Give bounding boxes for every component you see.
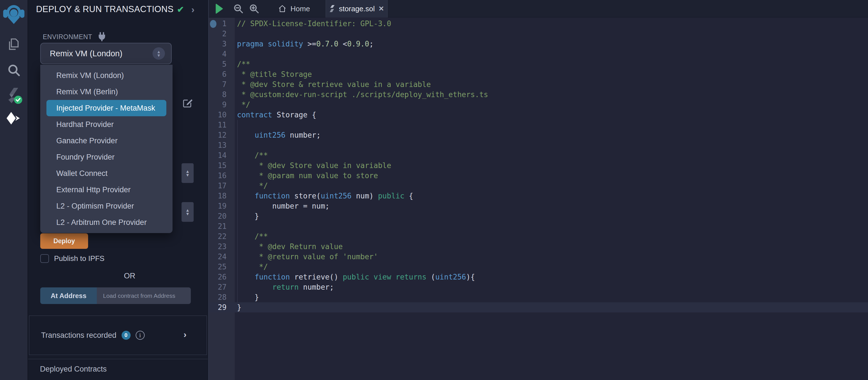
- environment-option[interactable]: Hardhat Provider: [40, 116, 173, 133]
- environment-label: ENVIRONMENT: [43, 33, 92, 41]
- environment-option[interactable]: Ganache Provider: [40, 133, 173, 149]
- code-line: 4: [209, 49, 868, 59]
- code-line: 24 * @return value of 'number': [209, 252, 868, 262]
- plug-icon: [98, 32, 106, 42]
- code-line: 12 uint256 number;: [209, 130, 868, 140]
- environment-option[interactable]: Remix VM (Berlin): [40, 84, 173, 100]
- code-line: 16 * @param num value to store: [209, 170, 868, 181]
- deploy-button[interactable]: Deploy: [40, 233, 88, 249]
- publish-ipfs-label: Publish to IPFS: [54, 254, 104, 263]
- publish-ipfs-checkbox[interactable]: [40, 254, 49, 263]
- transactions-count-badge: 0: [122, 331, 131, 340]
- code-line: 21: [209, 221, 868, 231]
- environment-option[interactable]: External Http Provider: [40, 182, 173, 198]
- code-line: 2: [209, 29, 868, 39]
- code-line: 20 }: [209, 211, 868, 221]
- or-divider: OR: [40, 272, 219, 280]
- code-lines[interactable]: 1// SPDX-License-Identifier: GPL-3.023pr…: [209, 19, 868, 312]
- activity-bar: [0, 0, 28, 380]
- environment-option[interactable]: Injected Provider - MetaMask: [46, 100, 166, 116]
- environment-option[interactable]: L2 - Optimism Provider: [40, 198, 173, 214]
- sidebar-item-search[interactable]: [0, 63, 28, 77]
- environment-dropdown-menu: Remix VM (London)Remix VM (Berlin)Inject…: [40, 65, 173, 233]
- sidebar-item-file-explorer[interactable]: [0, 37, 28, 52]
- zoom-out-icon: [233, 3, 244, 14]
- transactions-expand-chevron-icon[interactable]: ›: [184, 330, 187, 339]
- code-line: 13: [209, 140, 868, 150]
- transactions-recorded-label: Transactions recorded: [41, 331, 117, 340]
- environment-option[interactable]: Remix VM (London): [40, 67, 173, 84]
- code-line: 6 * @title Storage: [209, 69, 868, 80]
- remix-logo-icon: [3, 3, 25, 25]
- tab-home[interactable]: Home: [274, 0, 314, 18]
- code-line: 8 * @custom:dev-run-script ./scripts/dep…: [209, 90, 868, 100]
- code-line: 28 }: [209, 292, 868, 302]
- at-address-button[interactable]: At Address: [40, 287, 97, 304]
- code-line: 18 function store(uint256 num) public {: [209, 191, 868, 201]
- transactions-recorded-section: Transactions recorded 0 i ›: [29, 316, 207, 355]
- panel-header: DEPLOY & RUN TRANSACTIONS ✔ ›: [36, 3, 194, 16]
- deploy-run-panel: DEPLOY & RUN TRANSACTIONS ✔ › ENVIRONMEN…: [28, 0, 208, 380]
- environment-label-row: ENVIRONMENT: [43, 33, 106, 41]
- at-address-input[interactable]: [97, 287, 191, 304]
- tab-label: storage.sol: [339, 4, 375, 13]
- deployed-contracts-label: Deployed Contracts: [40, 365, 107, 374]
- code-line: 3pragma solidity >=0.7.0 <0.9.0;: [209, 39, 868, 49]
- environment-option[interactable]: Wallet Connect: [40, 165, 173, 182]
- environment-option[interactable]: Foundry Provider: [40, 149, 173, 165]
- select-updown-icon: ▲▼: [153, 47, 165, 60]
- play-icon: [215, 4, 223, 14]
- search-icon: [7, 63, 21, 77]
- code-line: 17 */: [209, 181, 868, 191]
- code-line: 29}: [209, 302, 868, 312]
- close-tab-icon[interactable]: ✕: [378, 5, 384, 13]
- code-line: 14 /**: [209, 150, 868, 160]
- section-divider: [28, 359, 208, 359]
- solidity-compiler-icon: [5, 87, 23, 104]
- code-line: 5/**: [209, 59, 868, 69]
- code-line: 9 */: [209, 100, 868, 110]
- zoom-in-icon: [249, 3, 259, 14]
- code-line: 1// SPDX-License-Identifier: GPL-3.0: [209, 19, 868, 29]
- gas-limit-stepper[interactable]: ▲▼: [182, 163, 194, 183]
- code-line: 25 */: [209, 262, 868, 272]
- tab-storage-sol[interactable]: storage.sol ✕: [326, 0, 388, 18]
- transactions-info-icon[interactable]: i: [136, 331, 145, 340]
- code-line: 15 * @dev Store value in variable: [209, 160, 868, 170]
- tab-label: Home: [290, 4, 310, 13]
- value-stepper[interactable]: ▲▼: [182, 202, 194, 222]
- environment-option[interactable]: L2 - Arbitrum One Provider: [40, 214, 173, 230]
- code-line: 23 * @dev Return value: [209, 242, 868, 252]
- zoom-out-button[interactable]: [233, 0, 244, 18]
- code-editor: Home storage.sol ✕ 1// SPDX-License-Iden…: [208, 0, 868, 380]
- edit-environment-icon[interactable]: [182, 97, 193, 109]
- code-line: 22 /**: [209, 231, 868, 242]
- at-address-row: At Address: [40, 287, 191, 304]
- code-line: 26 function retrieve() public view retur…: [209, 272, 868, 282]
- code-line: 10contract Storage {: [209, 110, 868, 120]
- code-line: 11: [209, 120, 868, 130]
- deploy-and-run-icon: [6, 112, 22, 125]
- environment-select[interactable]: Remix VM (London) ▲▼: [40, 43, 172, 64]
- editor-tab-bar: Home storage.sol ✕: [209, 0, 868, 18]
- environment-selected-value: Remix VM (London): [50, 49, 153, 58]
- remix-logo[interactable]: [0, 3, 28, 25]
- file-explorer-icon: [6, 37, 21, 52]
- code-line: 7 * @dev Store & retrieve value in a var…: [209, 80, 868, 90]
- publish-to-ipfs-row: Publish to IPFS: [40, 254, 104, 263]
- zoom-in-button[interactable]: [249, 0, 259, 18]
- sidebar-item-solidity-compiler[interactable]: [0, 87, 28, 104]
- solidity-file-icon: [329, 5, 335, 12]
- home-icon: [278, 4, 286, 13]
- sidebar-item-deploy-and-run[interactable]: [0, 112, 28, 125]
- compile-success-check-icon: ✔: [177, 4, 184, 14]
- code-line: 27 return number;: [209, 282, 868, 292]
- page-title: DEPLOY & RUN TRANSACTIONS: [36, 4, 174, 14]
- collapse-panel-chevron-icon[interactable]: ›: [191, 4, 194, 14]
- run-script-button[interactable]: [215, 0, 223, 18]
- code-line: 19 number = num;: [209, 201, 868, 211]
